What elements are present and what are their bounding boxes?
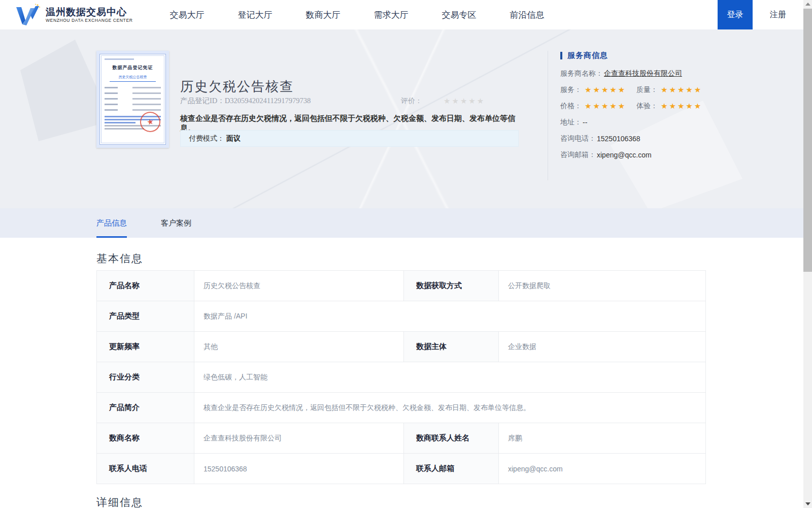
provider-rating-label: 体验： [636, 102, 658, 111]
provider-phone-value: 15250106368 [597, 135, 640, 143]
product-hero: 数据产品登记凭证 历史欠税公告核查 ★ 历史欠税公告核查 产品登记ID：D320… [0, 29, 803, 208]
star-rating-icons: ★★★★★ [661, 102, 702, 111]
basic-info-table: 产品名称历史欠税公告核查数据获取方式公开数据爬取产品类型数据产品 /API更新频… [96, 270, 706, 484]
provider-address-label: 地址： [560, 118, 582, 127]
star-rating-icons: ★★★★★ [661, 85, 702, 94]
table-cell-value: 席鹏 [499, 423, 706, 454]
table-cell-value: xipeng@qcc.com [499, 454, 706, 484]
provider-panel-title: 服务商信息 [560, 51, 713, 60]
table-row: 产品名称历史欠税公告核查数据获取方式公开数据爬取 [97, 271, 706, 301]
nav-item-5[interactable]: 交易专区 [442, 9, 476, 21]
tabbar: 产品信息客户案例 [0, 208, 803, 238]
nav-item-6[interactable]: 前沿信息 [510, 9, 544, 21]
scrollbar-thumb[interactable] [803, 9, 812, 272]
nav-item-2[interactable]: 登记大厅 [238, 9, 272, 21]
provider-rating-3: 价格：★★★★★ [560, 102, 636, 111]
provider-panel-title-text: 服务商信息 [567, 51, 608, 60]
nav-item-1[interactable]: 交易大厅 [170, 9, 204, 21]
nav-item-4[interactable]: 需求大厅 [374, 9, 408, 21]
provider-rating-label: 质量： [636, 85, 658, 94]
table-row: 行业分类绿色低碳，人工智能 [97, 362, 706, 393]
scrollbar-down-arrow-icon[interactable] [805, 502, 810, 505]
provider-phone-row: 咨询电话： 15250106368 [560, 134, 713, 143]
certificate-subtitle: 历史欠税公告核查 [110, 75, 156, 82]
star-rating-icons: ★★★★★ [585, 102, 626, 111]
product-reg-id-value: D3205942024112917979738 [225, 97, 311, 105]
certificate-image[interactable]: 数据产品登记凭证 历史欠税公告核查 ★ [96, 51, 169, 148]
top-navbar: 温州数据交易中心 WENZHOU DATA EXCHANGE CENTER 交易… [0, 0, 803, 29]
provider-rating-grid: 服务：★★★★★质量：★★★★★价格：★★★★★体验：★★★★★ [560, 85, 713, 118]
scrollbar-up-arrow-icon[interactable] [805, 3, 810, 6]
main-content: 基本信息 产品名称历史欠税公告核查数据获取方式公开数据爬取产品类型数据产品 /A… [0, 238, 803, 508]
brand-name-en: WENZHOU DATA EXCHANGE CENTER [46, 18, 132, 23]
provider-rating-4: 体验：★★★★★ [636, 102, 713, 111]
table-cell-label: 联系人电话 [97, 454, 194, 484]
provider-rating-label: 服务： [560, 85, 582, 94]
provider-rating-label: 价格： [560, 102, 582, 111]
table-cell-label: 产品名称 [97, 271, 194, 301]
table-cell-value: 核查企业是否存在历史欠税情况，返回包括但不限于欠税税种、欠税金额、发布日期、发布… [194, 393, 706, 423]
table-cell-label: 更新频率 [97, 332, 194, 362]
page-scrollbar[interactable] [803, 0, 812, 508]
provider-name-link[interactable]: 企查查科技股份有限公司 [604, 69, 682, 78]
certificate-title: 数据产品登记凭证 [105, 65, 161, 71]
basic-info-title: 基本信息 [96, 251, 143, 266]
table-cell-label: 联系人邮箱 [404, 454, 499, 484]
provider-name-label: 服务商名称： [560, 69, 603, 78]
pay-mode-box: 付费模式： 面议 [180, 130, 519, 147]
title-accent-bar [560, 52, 562, 59]
table-cell-value: 公开数据爬取 [499, 271, 706, 301]
provider-phone-label: 咨询电话： [560, 134, 596, 143]
table-cell-label: 数商联系人姓名 [404, 423, 499, 454]
product-reg-id: 产品登记ID：D3205942024112917979738 [180, 96, 311, 106]
table-row: 产品简介核查企业是否存在历史欠税情况，返回包括但不限于欠税税种、欠税金额、发布日… [97, 393, 706, 423]
pay-mode-label: 付费模式： [189, 134, 224, 143]
star-rating-icons: ★★★★★ [585, 85, 626, 94]
brand-name-zh: 温州数据交易中心 [46, 7, 132, 18]
tab-1[interactable]: 产品信息 [96, 208, 127, 238]
table-cell-label: 数商名称 [97, 423, 194, 454]
provider-address-row: 地址： -- [560, 118, 713, 127]
brand-logo[interactable]: 温州数据交易中心 WENZHOU DATA EXCHANGE CENTER [15, 3, 132, 26]
certificate-fields-placeholder [105, 87, 161, 111]
nav-item-3[interactable]: 数商大厅 [306, 9, 340, 21]
product-rating: 评价： ★★★★★ [401, 97, 485, 106]
detail-info-title: 详细信息 [96, 495, 143, 508]
table-cell-value: 历史欠税公告核查 [194, 271, 404, 301]
login-button[interactable]: 登录 [718, 0, 753, 29]
table-cell-label: 数据主体 [404, 332, 499, 362]
provider-panel: 服务商信息 服务商名称： 企查查科技股份有限公司 服务：★★★★★质量：★★★★… [560, 51, 713, 167]
provider-address-value: -- [583, 118, 587, 126]
provider-email-value: xipeng@qcc.com [597, 151, 652, 159]
table-row: 产品类型数据产品 /API [97, 301, 706, 332]
provider-name-row: 服务商名称： 企查查科技股份有限公司 [560, 69, 713, 78]
provider-rating-2: 质量：★★★★★ [636, 85, 713, 94]
table-cell-label: 产品类型 [97, 301, 194, 332]
table-cell-value: 数据产品 /API [194, 301, 706, 332]
table-cell-label: 数据获取方式 [404, 271, 499, 301]
table-row: 更新频率其他数据主体企业数据 [97, 332, 706, 362]
provider-rating-1: 服务：★★★★★ [560, 85, 636, 94]
table-row: 联系人电话15250106368联系人邮箱xipeng@qcc.com [97, 454, 706, 484]
table-cell-value: 绿色低碳，人工智能 [194, 362, 706, 393]
vertical-divider [548, 51, 548, 180]
table-cell-value: 企查查科技股份有限公司 [194, 423, 404, 454]
table-cell-value: 15250106368 [194, 454, 404, 484]
certificate-inner: 数据产品登记凭证 历史欠税公告核查 ★ [99, 54, 166, 145]
table-row: 数商名称企查查科技股份有限公司数商联系人姓名席鹏 [97, 423, 706, 454]
table-cell-value: 其他 [194, 332, 404, 362]
product-rating-stars-empty: ★★★★★ [444, 97, 485, 106]
product-title: 历史欠税公告核查 [180, 78, 294, 96]
product-reg-id-label: 产品登记ID： [180, 97, 225, 105]
table-cell-value: 企业数据 [499, 332, 706, 362]
certificate-red-seal: ★ [138, 110, 162, 134]
certificate-serial-placeholder [105, 58, 134, 60]
table-cell-label: 行业分类 [97, 362, 194, 393]
logo-w-icon [15, 3, 42, 26]
provider-email-row: 咨询邮箱： xipeng@qcc.com [560, 150, 713, 160]
table-cell-label: 产品简介 [97, 393, 194, 423]
product-rating-label: 评价： [401, 97, 422, 106]
tab-2[interactable]: 客户案例 [161, 208, 191, 238]
nav-menu: 交易大厅登记大厅数商大厅需求大厅交易专区前沿信息 [153, 9, 561, 21]
register-button[interactable]: 注册 [753, 0, 803, 29]
